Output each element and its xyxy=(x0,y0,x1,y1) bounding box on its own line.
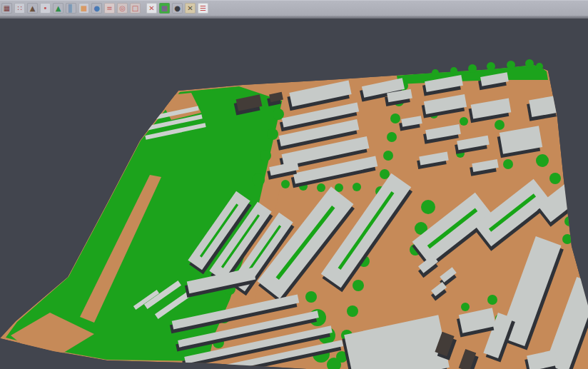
circle-select-icon[interactable]: ◎ xyxy=(117,3,128,14)
snapshot-camera-icon[interactable]: ● xyxy=(172,3,183,14)
pick-point-icon[interactable]: • xyxy=(40,3,51,14)
toolbar-icon-row: ▦∷▲•▲▋■●≡◎□✕▩●✕☰ xyxy=(0,3,211,14)
main-toolbar: ▦∷▲•▲▋■●≡◎□✕▩●✕☰ xyxy=(0,0,588,16)
3d-viewport[interactable] xyxy=(0,19,588,369)
crop-box-icon[interactable]: □ xyxy=(130,3,141,14)
ortho-image-icon[interactable]: ■ xyxy=(78,3,89,14)
application-window: ▦∷▲•▲▋■●≡◎□✕▩●✕☰ xyxy=(0,0,588,369)
point-cloud-icon[interactable]: ∷ xyxy=(14,3,25,14)
classification-colors-icon[interactable]: ▩ xyxy=(159,3,170,14)
point-cloud-render[interactable] xyxy=(0,19,588,369)
delete-points-icon[interactable]: ✕ xyxy=(185,3,196,14)
flag-marker-icon[interactable]: ☰ xyxy=(198,3,208,14)
layer-list-icon[interactable]: ≡ xyxy=(104,3,115,14)
vegetation-filter-icon[interactable]: ▲ xyxy=(53,3,64,14)
clear-selection-icon[interactable]: ✕ xyxy=(146,3,157,14)
open-project-icon[interactable]: ▦ xyxy=(1,3,12,14)
globe-icon[interactable]: ● xyxy=(91,3,102,14)
terrain-model-icon[interactable]: ▲ xyxy=(27,3,38,14)
profile-view-icon[interactable]: ▋ xyxy=(66,3,76,14)
